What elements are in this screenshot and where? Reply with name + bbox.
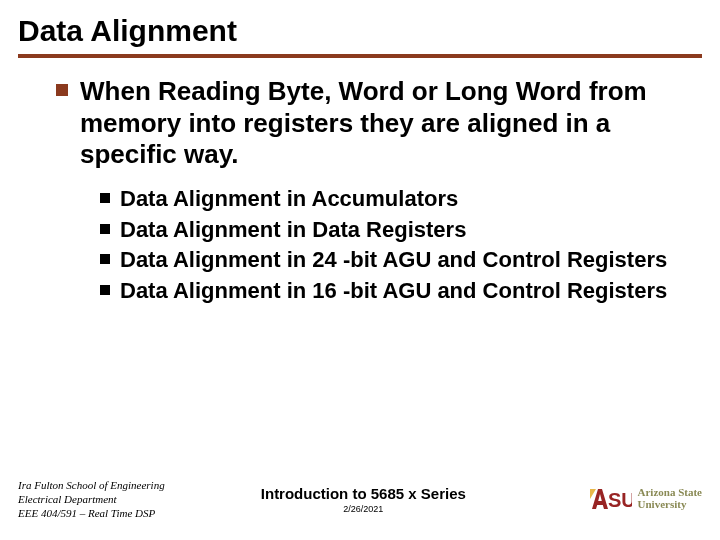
bullet-level2: Data Alignment in 16 -bit AGU and Contro… — [100, 277, 684, 306]
bullet-level2-text: Data Alignment in 24 -bit AGU and Contro… — [120, 246, 667, 275]
bullet-level2: Data Alignment in Accumulators — [100, 185, 684, 214]
footer-school: Ira Fulton School of Engineering — [18, 478, 165, 492]
square-bullet-icon — [100, 224, 110, 234]
footer-course-code: EEE 404/591 – Real Time DSP — [18, 506, 165, 520]
footer-course-title: Introduction to 5685 x Series — [165, 485, 562, 502]
bullet-level2: Data Alignment in 24 -bit AGU and Contro… — [100, 246, 684, 275]
slide: Data Alignment When Reading Byte, Word o… — [0, 0, 720, 540]
square-bullet-icon — [56, 84, 68, 96]
square-bullet-icon — [100, 285, 110, 295]
footer-right: SU Arizona State University — [562, 485, 702, 513]
bullet-level2: Data Alignment in Data Registers — [100, 216, 684, 245]
slide-content: When Reading Byte, Word or Long Word fro… — [0, 58, 720, 306]
svg-text:SU: SU — [608, 489, 632, 511]
asu-logo-icon: SU — [590, 485, 632, 513]
bullet-level1: When Reading Byte, Word or Long Word fro… — [36, 76, 684, 171]
bullet-level2-text: Data Alignment in Data Registers — [120, 216, 466, 245]
slide-footer: Ira Fulton School of Engineering Electri… — [0, 468, 720, 530]
square-bullet-icon — [100, 193, 110, 203]
footer-date: 2/26/2021 — [165, 504, 562, 514]
bullet-level2-text: Data Alignment in Accumulators — [120, 185, 458, 214]
square-bullet-icon — [100, 254, 110, 264]
sub-bullet-list: Data Alignment in Accumulators Data Alig… — [36, 185, 684, 305]
footer-left: Ira Fulton School of Engineering Electri… — [18, 478, 165, 521]
bullet-level2-text: Data Alignment in 16 -bit AGU and Contro… — [120, 277, 667, 306]
university-name: Arizona State University — [638, 487, 702, 510]
university-name-line2: University — [638, 499, 702, 511]
slide-title: Data Alignment — [0, 0, 720, 52]
bullet-level1-text: When Reading Byte, Word or Long Word fro… — [80, 76, 684, 171]
footer-department: Electrical Department — [18, 492, 165, 506]
footer-center: Introduction to 5685 x Series 2/26/2021 — [165, 485, 562, 514]
